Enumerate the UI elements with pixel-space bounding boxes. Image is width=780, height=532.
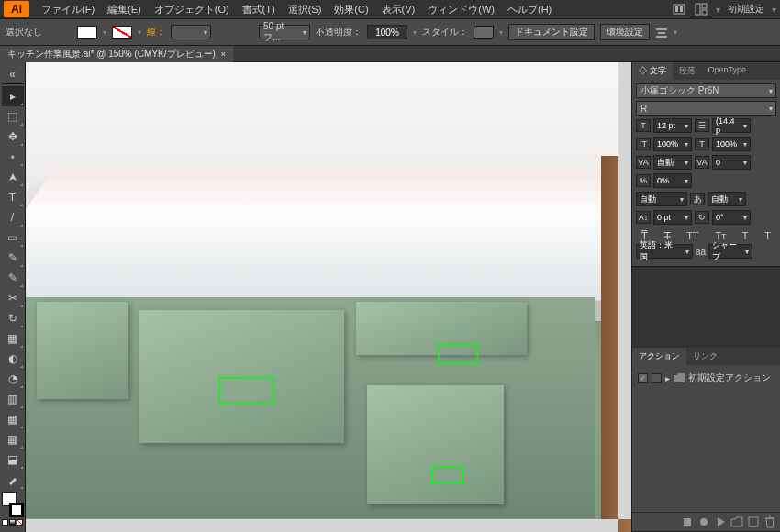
vscale-icon: IT (636, 138, 651, 150)
record-icon[interactable] (697, 515, 710, 528)
paintbrush-tool[interactable]: ✎ (2, 248, 24, 268)
eraser-tool[interactable]: ✂ (2, 288, 24, 308)
brush-dropdown[interactable]: 50 pt フ... (259, 25, 310, 39)
style-label: スタイル： (422, 26, 468, 39)
rotate-tool[interactable]: ↻ (2, 308, 24, 328)
tab-links[interactable]: リンク (686, 348, 724, 365)
menu-file[interactable]: ファイル(F) (35, 3, 101, 17)
gradient-tool[interactable]: ⬓ (2, 449, 24, 470)
bridge-icon[interactable] (672, 2, 686, 17)
svg-rect-2 (680, 6, 683, 12)
tool-collapse[interactable]: « (2, 64, 24, 84)
menu-select[interactable]: 選択(S) (282, 3, 329, 17)
rectangle-tool[interactable]: ▭ (2, 227, 24, 248)
close-tab-icon[interactable]: × (221, 50, 226, 59)
hscale-field[interactable]: 100% (712, 137, 751, 151)
kerning-field[interactable]: 自動 (653, 155, 692, 170)
menu-bar: Ai ファイル(F) 編集(E) オブジェクト(O) 書式(T) 選択(S) 効… (0, 0, 780, 18)
antialias-dropdown[interactable]: シャープ (708, 244, 752, 259)
doc-setup-button[interactable]: ドキュメント設定 (508, 24, 595, 40)
shape-builder-tool[interactable]: ▥ (2, 389, 24, 409)
stroke-width-dropdown[interactable] (171, 25, 211, 39)
font-size-field[interactable]: 12 pt (653, 118, 692, 133)
tab-actions[interactable]: アクション (632, 348, 686, 365)
svg-point-10 (700, 518, 708, 526)
magic-wand-tool[interactable]: ✥ (2, 127, 24, 147)
perspective-grid-tool[interactable]: ▦ (2, 409, 24, 429)
menu-type[interactable]: 書式(T) (236, 3, 282, 17)
stroke-swatch[interactable] (112, 26, 132, 39)
lang-dropdown[interactable]: 英語：米国 (636, 244, 693, 259)
new-action-icon[interactable] (747, 515, 760, 528)
free-transform-tool[interactable]: ◔ (2, 369, 24, 389)
tab-paragraph[interactable]: 段落 (673, 62, 702, 80)
pen-tool[interactable] (2, 167, 24, 187)
menu-effect[interactable]: 効果(C) (328, 3, 374, 17)
action-checkbox[interactable]: ✓ (638, 373, 648, 383)
folder-collapse-icon[interactable]: ▸ (665, 373, 670, 383)
svg-rect-7 (658, 32, 665, 34)
arrange-docs-icon[interactable] (694, 2, 708, 17)
fill-stroke-control[interactable] (2, 492, 24, 517)
line-tool[interactable]: / (2, 207, 24, 227)
superscript-icon[interactable]: TT (686, 230, 698, 242)
action-set-row[interactable]: ✓ ▸ 初期設定アクション (638, 369, 774, 387)
eyedropper-tool[interactable] (2, 470, 24, 490)
stop-icon[interactable] (681, 515, 694, 528)
baseline-icon: % (636, 174, 651, 187)
selection-outline (219, 377, 274, 405)
opacity-field[interactable] (367, 25, 407, 39)
tracking-icon: VA (695, 156, 709, 169)
fill-swatch[interactable] (77, 26, 97, 39)
stroke-color[interactable] (9, 503, 24, 517)
menu-help[interactable]: ヘルプ(H) (501, 3, 558, 17)
horizontal-scrollbar[interactable] (26, 519, 618, 532)
menu-window[interactable]: ウィンドウ(W) (421, 3, 501, 17)
allcaps-icon[interactable]: T (742, 230, 749, 242)
width-tool[interactable]: ◐ (2, 349, 24, 369)
menu-view[interactable]: 表示(V) (375, 3, 422, 17)
aki-field[interactable]: 自動 (708, 192, 746, 206)
style-swatch[interactable] (474, 26, 494, 39)
svg-rect-4 (702, 4, 707, 8)
tsume-field[interactable]: 自動 (636, 192, 687, 206)
svg-rect-3 (696, 4, 700, 15)
leading-field[interactable]: (14.4 p (712, 118, 751, 133)
menu-edit[interactable]: 編集(E) (101, 3, 148, 17)
canvas[interactable] (26, 62, 631, 532)
svg-rect-9 (684, 518, 691, 526)
font-style-dropdown[interactable]: R (636, 101, 776, 116)
rotation-field[interactable]: 0° (712, 210, 751, 225)
smallcaps-icon[interactable]: T (764, 230, 771, 242)
align-icon[interactable] (655, 26, 668, 39)
direct-selection-tool[interactable]: ⬚ (2, 106, 24, 127)
type-tool[interactable]: T (2, 187, 24, 207)
mesh-tool[interactable]: ▦ (2, 429, 24, 449)
new-folder-icon[interactable] (730, 515, 743, 528)
tab-character[interactable]: ◇ 文字 (632, 62, 673, 80)
aki-icon: あ (690, 193, 705, 205)
right-panel-group: ◇ 文字 段落 OpenType 小塚ゴシック Pr6N R T 12 pt ☰… (631, 62, 780, 532)
action-dialog-icon[interactable] (652, 373, 662, 383)
pencil-tool[interactable]: ✎ (2, 268, 24, 288)
char-rotation-field[interactable]: 0 pt (653, 210, 692, 225)
tracking-field[interactable]: 0 (712, 155, 751, 170)
vscale-field[interactable]: 100% (653, 137, 692, 151)
antialias-label: aa (696, 247, 706, 257)
scale-tool[interactable]: ▦ (2, 328, 24, 349)
prefs-button[interactable]: 環境設定 (600, 24, 650, 40)
font-family-dropdown[interactable]: 小塚ゴシック Pr6N (636, 83, 776, 98)
menu-object[interactable]: オブジェクト(O) (148, 3, 236, 17)
color-mode-buttons[interactable] (2, 519, 23, 526)
document-tab[interactable]: キッチン作業風景.ai* @ 150% (CMYK/プレビュー) × (0, 46, 233, 62)
trash-icon[interactable] (763, 515, 776, 528)
baseline-field[interactable]: 0% (653, 173, 692, 188)
workspace-label[interactable]: 初期設定 (728, 3, 764, 16)
lasso-tool[interactable]: ⋆ (2, 147, 24, 167)
hscale-icon: T (695, 138, 709, 150)
vertical-scrollbar[interactable] (618, 62, 631, 519)
tab-opentype[interactable]: OpenType (702, 62, 753, 80)
tool-panel: « ▸ ⬚ ✥ ⋆ T / ▭ ✎ ✎ ✂ ↻ ▦ ◐ ◔ ▥ ▦ ▦ ⬓ (0, 62, 26, 532)
selection-tool[interactable]: ▸ (2, 86, 24, 106)
play-icon[interactable] (714, 515, 727, 528)
